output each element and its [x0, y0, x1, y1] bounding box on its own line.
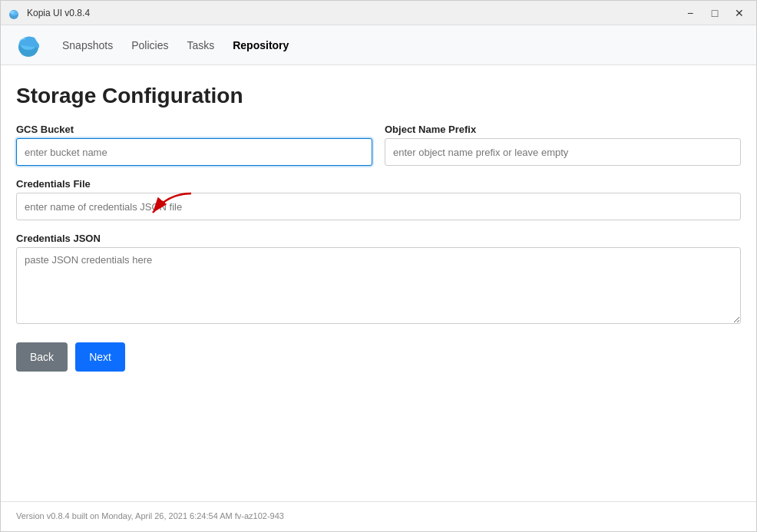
app-icon	[7, 6, 21, 20]
window-controls: − □ ✕	[679, 5, 750, 21]
credentials-file-label: Credentials File	[16, 178, 741, 190]
credentials-file-section: Credentials File	[16, 178, 741, 220]
close-button[interactable]: ✕	[729, 5, 750, 21]
object-name-prefix-input[interactable]	[385, 138, 741, 166]
app-title: Kopia UI v0.8.4	[27, 8, 90, 18]
back-button[interactable]: Back	[16, 342, 68, 372]
svg-point-2	[10, 11, 15, 14]
credentials-file-input[interactable]	[16, 193, 741, 220]
nav-snapshots[interactable]: Snapshots	[62, 36, 113, 55]
minimize-button[interactable]: −	[679, 5, 701, 21]
main-content: Storage Configuration GCS Bucket Object …	[1, 65, 756, 501]
credentials-json-section: Credentials JSON	[16, 233, 741, 324]
credentials-file-group: Credentials File	[16, 178, 741, 220]
title-bar-left: Kopia UI v0.8.4	[7, 6, 90, 20]
gcs-bucket-label: GCS Bucket	[16, 124, 372, 135]
maximize-button[interactable]: □	[704, 5, 726, 21]
footer: Version v0.8.4 built on Monday, April 26…	[1, 501, 756, 531]
credentials-json-label: Credentials JSON	[16, 233, 741, 244]
title-bar: Kopia UI v0.8.4 − □ ✕	[1, 1, 756, 25]
gcs-bucket-input[interactable]	[16, 138, 372, 166]
nav-policies[interactable]: Policies	[131, 36, 168, 55]
button-row: Back Next	[16, 342, 741, 372]
object-name-prefix-group: Object Name Prefix	[385, 124, 741, 166]
version-text: Version v0.8.4 built on Monday, April 26…	[16, 511, 284, 520]
gcs-bucket-group: GCS Bucket	[16, 124, 372, 166]
page-title: Storage Configuration	[16, 84, 741, 108]
next-button[interactable]: Next	[75, 342, 125, 372]
credentials-json-textarea[interactable]	[16, 247, 741, 324]
object-name-prefix-label: Object Name Prefix	[385, 124, 741, 135]
nav-repository[interactable]: Repository	[233, 36, 289, 55]
form-row-1: GCS Bucket Object Name Prefix	[16, 124, 741, 166]
nav-logo	[13, 30, 44, 61]
nav-bar: Snapshots Policies Tasks Repository	[1, 25, 756, 65]
nav-tasks[interactable]: Tasks	[187, 36, 214, 55]
credentials-json-group: Credentials JSON	[16, 233, 741, 324]
